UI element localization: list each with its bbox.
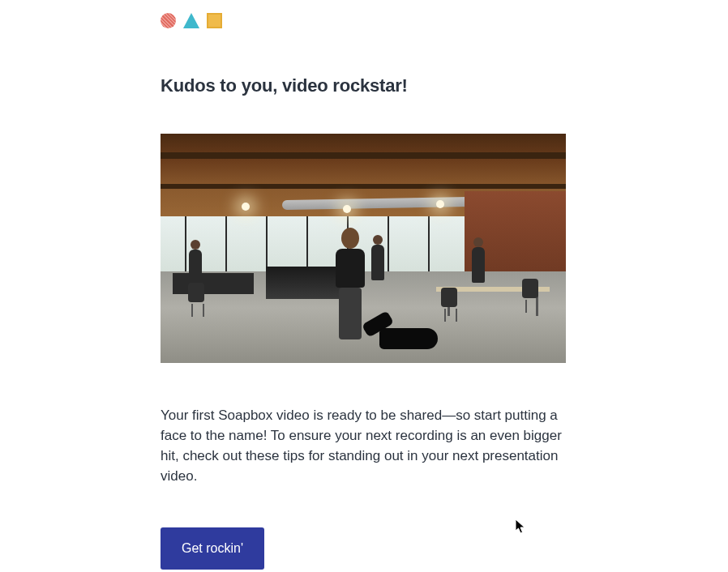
email-content: Kudos to you, video rockstar!: [161, 0, 566, 570]
page-title: Kudos to you, video rockstar!: [161, 75, 566, 96]
logo-triangle-icon: [183, 13, 199, 28]
logo-circle-icon: [161, 13, 176, 28]
get-rockin-button[interactable]: Get rockin': [161, 527, 264, 570]
brand-logo: [161, 13, 566, 28]
body-paragraph: Your first Soapbox video is ready to be …: [161, 405, 566, 487]
guitar-case-icon: [363, 317, 439, 349]
logo-square-icon: [207, 13, 222, 28]
hero-image: [161, 134, 566, 363]
